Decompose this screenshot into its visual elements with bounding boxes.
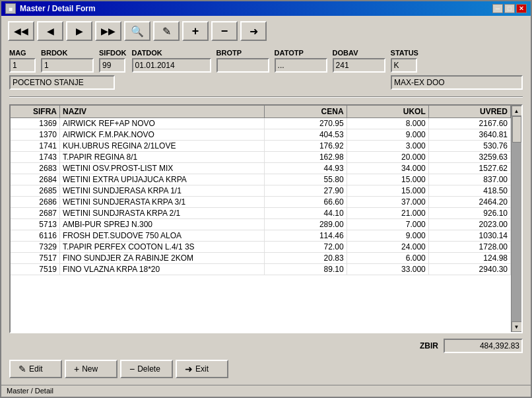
new-button[interactable]: + New (65, 360, 117, 378)
search-button[interactable]: 🔍 (124, 21, 150, 41)
status-input[interactable] (391, 58, 417, 73)
table-scroll[interactable]: SIFRA NAZIV CENA UKOL UVRED 1369 AIRWICK… (11, 106, 511, 332)
table-row[interactable]: 1741 KUH.UBRUS REGINA 2/1LOVE 176.92 3.0… (11, 141, 511, 152)
datotp-label: DATOTP (275, 49, 327, 57)
window-title: Master / Detail Form (20, 4, 96, 13)
table-row[interactable]: 2684 WETINI EXTRA UPIJAJUCA KRPA 55.80 1… (11, 174, 511, 185)
brotp-group: BROTP (216, 49, 269, 73)
edit-button[interactable]: ✎ Edit (9, 360, 62, 378)
dobav-group: DOBAV (333, 49, 385, 73)
minimize-button[interactable]: ─ (492, 4, 503, 13)
table-header-row: SIFRA NAZIV CENA UKOL UVRED (11, 106, 511, 118)
edit-toolbar-button[interactable]: ✎ (153, 21, 180, 41)
max-ex-doo-input[interactable] (391, 75, 523, 90)
fields-row-2 (9, 75, 523, 90)
cell-naziv: FROSH DET.SUDOVE 750 ALOA (60, 230, 265, 242)
separator (9, 96, 523, 98)
table-row[interactable]: 2687 WETINI SUNDJRASTA KRPA 2/1 44.10 21… (11, 208, 511, 219)
form-fields: MAG BRDOK SIFDOK DATDOK BROTP (4, 46, 528, 92)
datdok-input[interactable] (132, 58, 211, 73)
table-row[interactable]: 2686 WETINI SUNDJERASTA KRPA 3/1 66.60 3… (11, 197, 511, 208)
cell-naziv: FINO SUNDJER ZA RABINJE 2KOM (60, 253, 265, 264)
zbir-label: ZBIR (420, 341, 438, 350)
scroll-thumb[interactable] (512, 116, 521, 143)
cell-cena: 72.00 (265, 242, 347, 253)
exit-button[interactable]: ➜ Exit (176, 360, 228, 378)
delete-toolbar-button[interactable]: − (211, 21, 238, 41)
dobav-label: DOBAV (333, 49, 385, 57)
maximize-button[interactable]: □ (504, 4, 515, 13)
brotp-input[interactable] (216, 58, 269, 73)
cell-ukol: 21.000 (347, 208, 428, 219)
cell-ukol: 9.000 (347, 129, 428, 141)
datotp-group: DATOTP (275, 49, 327, 73)
table-row[interactable]: 1743 T.PAPIR REGINA 8/1 162.98 20.000 32… (11, 152, 511, 163)
window-icon: ■ (5, 3, 16, 14)
table-row[interactable]: 1370 AIRWICK F.M.PAK.NOVO 404.53 9.000 3… (11, 129, 511, 141)
cell-naziv: FINO VLAZNA KRPA 18*20 (60, 264, 265, 275)
col-uvred: UVRED (428, 106, 510, 118)
scroll-down-button[interactable]: ▼ (512, 321, 522, 332)
cell-uvred: 2023.00 (428, 219, 510, 230)
close-button[interactable]: ✕ (516, 4, 527, 13)
cell-sifra: 2683 (11, 163, 60, 174)
cell-cena: 20.83 (265, 253, 347, 264)
table-row[interactable]: 2683 WETINI OSV.PROST-LIST MIX 44.93 34.… (11, 163, 511, 174)
table-row[interactable]: 6116 FROSH DET.SUDOVE 750 ALOA 114.46 9.… (11, 230, 511, 242)
pocetno-stanje-input[interactable] (9, 75, 115, 90)
exit-toolbar-button[interactable]: ➜ (240, 21, 267, 41)
exit-icon: ➜ (185, 364, 193, 374)
table-row[interactable]: 7519 FINO VLAZNA KRPA 18*20 89.10 33.000… (11, 264, 511, 275)
table-row[interactable]: 7517 FINO SUNDJER ZA RABINJE 2KOM 20.83 … (11, 253, 511, 264)
cell-sifra: 7329 (11, 242, 60, 253)
scroll-track[interactable] (512, 116, 521, 321)
cell-cena: 114.46 (265, 230, 347, 242)
cell-sifra: 2684 (11, 174, 60, 185)
datotp-input[interactable] (275, 58, 327, 73)
cell-sifra: 1743 (11, 152, 60, 163)
mag-label: MAG (9, 49, 36, 57)
cell-ukol: 8.000 (347, 118, 428, 129)
cell-cena: 89.10 (265, 264, 347, 275)
dobav-input[interactable] (333, 58, 385, 73)
cell-ukol: 24.000 (347, 242, 428, 253)
table-row[interactable]: 5713 AMBI-PUR SPREJ N.300 289.00 7.000 2… (11, 219, 511, 230)
table-row[interactable]: 1369 AIRWICK REF+AP NOVO 270.95 8.000 21… (11, 118, 511, 129)
first-button[interactable]: ◀◀ (8, 21, 34, 41)
zbir-row: ZBIR (4, 336, 528, 356)
scrollbar[interactable]: ▲ ▼ (511, 106, 521, 332)
mag-input[interactable] (9, 58, 36, 73)
cell-cena: 66.60 (265, 197, 347, 208)
cell-uvred: 2167.60 (428, 118, 510, 129)
datdok-label: DATDOK (132, 49, 211, 57)
bottom-toolbar: ✎ Edit + New − Delete ➜ Exit (4, 356, 528, 382)
status-text: Master / Detail (7, 387, 53, 395)
add-toolbar-button[interactable]: + (182, 21, 209, 41)
delete-button[interactable]: − Delete (120, 360, 173, 378)
status-label: STATUS (391, 49, 418, 57)
cell-naziv: AIRWICK REF+AP NOVO (60, 118, 265, 129)
brdok-group: BRDOK (41, 49, 94, 73)
cell-sifra: 2686 (11, 197, 60, 208)
next-button[interactable]: ▶ (66, 21, 92, 41)
cell-naziv: WETINI EXTRA UPIJAJUCA KRPA (60, 174, 265, 185)
status-bar: Master / Detail (1, 385, 531, 397)
zbir-input[interactable] (444, 339, 523, 353)
cell-naziv: WETINI OSV.PROST-LIST MIX (60, 163, 265, 174)
cell-uvred: 1527.62 (428, 163, 510, 174)
cell-cena: 44.93 (265, 163, 347, 174)
table-row[interactable]: 7329 T.PAPIR PERFEX COOTON L.4/1 3S 72.0… (11, 242, 511, 253)
brdok-label: BRDOK (41, 49, 94, 57)
sifdok-input[interactable] (99, 58, 125, 73)
cell-naziv: WETINI SUNDJERASA KRPA 1/1 (60, 185, 265, 197)
delete-icon: − (129, 364, 135, 374)
main-window: ■ Master / Detail Form ─ □ ✕ ◀◀ ◀ ▶ ▶▶ 🔍… (0, 0, 532, 398)
cell-cena: 162.98 (265, 152, 347, 163)
table-row[interactable]: 2685 WETINI SUNDJERASA KRPA 1/1 27.90 15… (11, 185, 511, 197)
brotp-label: BROTP (216, 49, 269, 57)
last-button[interactable]: ▶▶ (95, 21, 121, 41)
scroll-up-button[interactable]: ▲ (512, 106, 522, 116)
cell-uvred: 1728.00 (428, 242, 510, 253)
prev-button[interactable]: ◀ (37, 21, 63, 41)
brdok-input[interactable] (41, 58, 94, 73)
